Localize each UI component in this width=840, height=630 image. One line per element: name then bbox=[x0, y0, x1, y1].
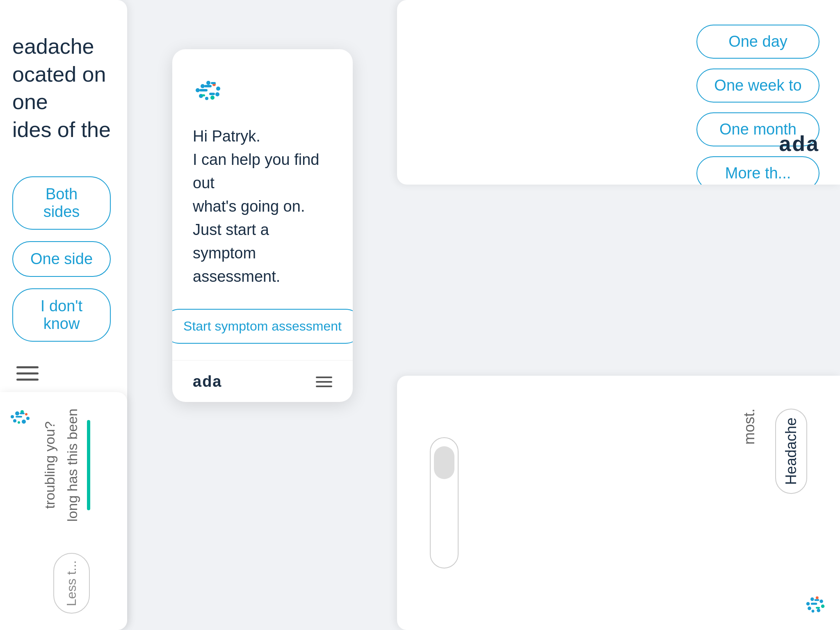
svg-point-6 bbox=[18, 421, 20, 424]
svg-rect-23 bbox=[211, 82, 216, 84]
hamburger-line-1 bbox=[16, 366, 39, 368]
hamburger-line-2 bbox=[16, 372, 39, 374]
headache-label: Headache bbox=[775, 409, 807, 494]
duration-more-than[interactable]: More th... bbox=[696, 156, 819, 185]
hamburger-line-3 bbox=[316, 386, 332, 387]
main-card: Hi Patryk. I can help you find out what'… bbox=[172, 49, 353, 402]
svg-point-5 bbox=[22, 420, 26, 424]
mini-ada-logo-bottom-left bbox=[8, 404, 33, 431]
dont-know-option[interactable]: I don't know bbox=[12, 288, 111, 342]
greeting-text: Hi Patryk. I can help you find out what'… bbox=[193, 125, 332, 288]
svg-rect-9 bbox=[20, 413, 25, 414]
duration-one-day[interactable]: One day bbox=[696, 25, 819, 59]
svg-rect-32 bbox=[811, 603, 817, 605]
svg-point-15 bbox=[215, 92, 219, 96]
svg-point-14 bbox=[216, 87, 220, 91]
duration-options: One day One week to One month More th... bbox=[418, 16, 819, 185]
svg-point-17 bbox=[205, 97, 208, 100]
svg-point-31 bbox=[808, 607, 811, 610]
svg-rect-20 bbox=[204, 85, 212, 87]
svg-rect-22 bbox=[201, 94, 205, 96]
svg-point-27 bbox=[819, 600, 823, 603]
svg-point-26 bbox=[816, 596, 819, 599]
svg-point-24 bbox=[806, 602, 810, 606]
option-buttons: Both sides One side I don't know bbox=[12, 176, 111, 342]
vertical-text-troubling: troubling you? bbox=[42, 421, 58, 509]
right-vertical-text-most: most. bbox=[741, 409, 758, 445]
duration-one-week[interactable]: One week to bbox=[696, 68, 819, 103]
svg-rect-19 bbox=[199, 89, 208, 91]
hamburger-menu[interactable] bbox=[316, 377, 332, 387]
start-assessment-button[interactable]: Start symptom assessment bbox=[172, 309, 353, 344]
scroll-thumb bbox=[434, 446, 454, 479]
teal-progress-bar bbox=[87, 420, 90, 510]
svg-point-12 bbox=[206, 81, 210, 85]
right-ada-wordmark: ada bbox=[779, 131, 819, 156]
svg-rect-21 bbox=[209, 93, 215, 95]
svg-point-30 bbox=[812, 610, 815, 613]
card-footer: ada bbox=[172, 360, 353, 402]
svg-point-11 bbox=[201, 84, 205, 88]
svg-point-7 bbox=[13, 419, 16, 422]
svg-point-29 bbox=[817, 609, 820, 612]
vertical-text-long: long has this been bbox=[64, 409, 80, 522]
less-button[interactable]: Less t... bbox=[53, 553, 90, 614]
svg-point-10 bbox=[196, 88, 200, 92]
both-sides-option[interactable]: Both sides bbox=[12, 176, 111, 230]
svg-point-1 bbox=[15, 411, 19, 415]
hamburger-line-1 bbox=[316, 377, 332, 378]
bottom-right-panel: most. Headache bbox=[397, 376, 840, 630]
hamburger-menu-left[interactable] bbox=[16, 366, 111, 381]
svg-rect-33 bbox=[814, 599, 819, 601]
hamburger-line-2 bbox=[316, 381, 332, 383]
ada-wordmark: ada bbox=[193, 373, 222, 390]
svg-point-25 bbox=[810, 598, 814, 601]
question-text: eadache ocated on one ides of the bbox=[12, 33, 111, 144]
one-side-option[interactable]: One side bbox=[12, 241, 111, 277]
svg-point-28 bbox=[821, 605, 825, 608]
svg-rect-34 bbox=[816, 607, 820, 609]
svg-point-16 bbox=[210, 96, 215, 100]
ada-logo-icon bbox=[193, 74, 226, 108]
svg-point-3 bbox=[25, 413, 27, 415]
hamburger-line-3 bbox=[16, 379, 39, 381]
top-right-panel: One day One week to One month More th...… bbox=[397, 0, 840, 185]
scroll-track[interactable] bbox=[430, 437, 459, 568]
svg-point-4 bbox=[26, 417, 30, 420]
bottom-left-panel: troubling you? long has this been Less t… bbox=[0, 392, 127, 630]
ada-logo-bottom-right bbox=[803, 591, 828, 618]
svg-point-0 bbox=[11, 415, 14, 418]
svg-rect-8 bbox=[16, 416, 22, 418]
